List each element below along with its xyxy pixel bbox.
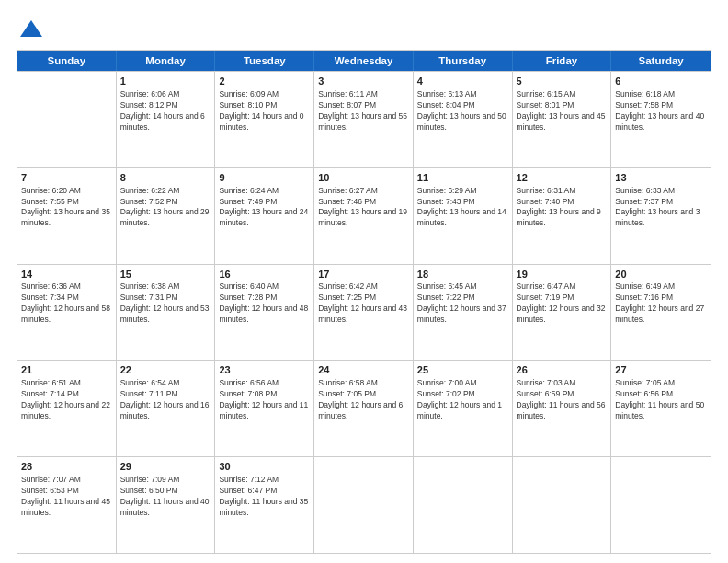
calendar-cell: 23Sunrise: 6:56 AMSunset: 7:08 PMDayligh… (215, 361, 314, 456)
calendar-cell: 26Sunrise: 7:03 AMSunset: 6:59 PMDayligh… (513, 361, 612, 456)
calendar-cell: 15Sunrise: 6:38 AMSunset: 7:31 PMDayligh… (117, 265, 216, 361)
calendar-cell: 3Sunrise: 6:11 AMSunset: 8:07 PMDaylight… (314, 72, 414, 167)
calendar-cell: 19Sunrise: 6:47 AMSunset: 7:19 PMDayligh… (513, 265, 612, 361)
svg-marker-0 (20, 20, 42, 37)
calendar-cell: 12Sunrise: 6:31 AMSunset: 7:40 PMDayligh… (513, 168, 612, 264)
cell-day-number: 26 (517, 363, 608, 377)
calendar-header: SundayMondayTuesdayWednesdayThursdayFrid… (17, 51, 711, 71)
calendar-body: 1Sunrise: 6:06 AMSunset: 8:12 PMDaylight… (17, 71, 711, 553)
cell-info: Sunrise: 6:42 AMSunset: 7:25 PMDaylight:… (318, 282, 409, 326)
calendar-row-3: 21Sunrise: 6:51 AMSunset: 7:14 PMDayligh… (17, 360, 711, 456)
weekday-header-saturday: Saturday (611, 51, 711, 71)
calendar-row-0: 1Sunrise: 6:06 AMSunset: 8:12 PMDaylight… (17, 71, 711, 167)
cell-info: Sunrise: 6:06 AMSunset: 8:12 PMDaylight:… (120, 89, 211, 133)
calendar-row-1: 7Sunrise: 6:20 AMSunset: 7:55 PMDaylight… (17, 167, 711, 264)
weekday-header-thursday: Thursday (414, 51, 513, 71)
calendar-cell: 21Sunrise: 6:51 AMSunset: 7:14 PMDayligh… (17, 361, 117, 456)
calendar-cell: 27Sunrise: 7:05 AMSunset: 6:56 PMDayligh… (611, 361, 711, 456)
cell-day-number: 7 (21, 171, 112, 185)
calendar-cell: 28Sunrise: 7:07 AMSunset: 6:53 PMDayligh… (17, 457, 117, 553)
cell-info: Sunrise: 6:33 AMSunset: 7:37 PMDaylight:… (615, 186, 707, 230)
calendar-row-2: 14Sunrise: 6:36 AMSunset: 7:34 PMDayligh… (17, 264, 711, 361)
cell-day-number: 11 (417, 171, 508, 185)
weekday-header-tuesday: Tuesday (215, 51, 314, 71)
cell-day-number: 17 (318, 268, 409, 282)
cell-day-number: 5 (517, 75, 608, 88)
weekday-header-friday: Friday (513, 51, 612, 71)
calendar-cell: 17Sunrise: 6:42 AMSunset: 7:25 PMDayligh… (314, 265, 414, 361)
cell-day-number: 27 (615, 363, 707, 377)
cell-day-number: 3 (318, 75, 409, 88)
cell-day-number: 21 (21, 363, 112, 377)
calendar-row-4: 28Sunrise: 7:07 AMSunset: 6:53 PMDayligh… (17, 456, 711, 553)
weekday-header-monday: Monday (117, 51, 216, 71)
calendar-cell: 20Sunrise: 6:49 AMSunset: 7:16 PMDayligh… (611, 265, 711, 361)
cell-day-number: 22 (120, 363, 211, 377)
cell-day-number: 15 (120, 268, 211, 282)
calendar-cell: 6Sunrise: 6:18 AMSunset: 7:58 PMDaylight… (611, 72, 711, 167)
calendar-cell (611, 457, 711, 553)
cell-day-number: 24 (318, 363, 409, 377)
cell-info: Sunrise: 6:36 AMSunset: 7:34 PMDaylight:… (21, 282, 112, 326)
cell-info: Sunrise: 6:49 AMSunset: 7:16 PMDaylight:… (615, 282, 707, 326)
calendar-cell: 4Sunrise: 6:13 AMSunset: 8:04 PMDaylight… (414, 72, 513, 167)
cell-info: Sunrise: 7:09 AMSunset: 6:50 PMDaylight:… (120, 475, 211, 519)
cell-day-number: 8 (120, 171, 211, 185)
weekday-header-wednesday: Wednesday (314, 51, 414, 71)
cell-info: Sunrise: 6:29 AMSunset: 7:43 PMDaylight:… (417, 186, 508, 230)
cell-day-number: 28 (21, 460, 112, 474)
cell-info: Sunrise: 6:56 AMSunset: 7:08 PMDaylight:… (219, 378, 310, 422)
cell-day-number: 19 (517, 268, 608, 282)
cell-day-number: 25 (417, 363, 508, 377)
calendar-cell: 10Sunrise: 6:27 AMSunset: 7:46 PMDayligh… (314, 168, 414, 264)
cell-day-number: 12 (517, 171, 608, 185)
calendar-cell: 9Sunrise: 6:24 AMSunset: 7:49 PMDaylight… (215, 168, 314, 264)
weekday-header-sunday: Sunday (17, 51, 117, 71)
cell-info: Sunrise: 6:27 AMSunset: 7:46 PMDaylight:… (318, 186, 409, 230)
calendar-cell: 13Sunrise: 6:33 AMSunset: 7:37 PMDayligh… (611, 168, 711, 264)
calendar-cell: 30Sunrise: 7:12 AMSunset: 6:47 PMDayligh… (215, 457, 314, 553)
calendar-cell: 16Sunrise: 6:40 AMSunset: 7:28 PMDayligh… (215, 265, 314, 361)
cell-info: Sunrise: 6:11 AMSunset: 8:07 PMDaylight:… (318, 89, 409, 133)
cell-info: Sunrise: 7:00 AMSunset: 7:02 PMDaylight:… (417, 378, 508, 422)
cell-info: Sunrise: 7:07 AMSunset: 6:53 PMDaylight:… (21, 475, 112, 519)
cell-info: Sunrise: 6:20 AMSunset: 7:55 PMDaylight:… (21, 186, 112, 230)
calendar-cell: 14Sunrise: 6:36 AMSunset: 7:34 PMDayligh… (17, 265, 117, 361)
cell-day-number: 14 (21, 268, 112, 282)
cell-day-number: 4 (417, 75, 508, 88)
cell-info: Sunrise: 6:47 AMSunset: 7:19 PMDaylight:… (517, 282, 608, 326)
cell-info: Sunrise: 6:15 AMSunset: 8:01 PMDaylight:… (517, 89, 608, 133)
cell-info: Sunrise: 6:13 AMSunset: 8:04 PMDaylight:… (417, 89, 508, 133)
cell-info: Sunrise: 6:22 AMSunset: 7:52 PMDaylight:… (120, 186, 211, 230)
cell-info: Sunrise: 7:12 AMSunset: 6:47 PMDaylight:… (219, 475, 310, 519)
cell-info: Sunrise: 6:54 AMSunset: 7:11 PMDaylight:… (120, 378, 211, 422)
cell-info: Sunrise: 6:58 AMSunset: 7:05 PMDaylight:… (318, 378, 409, 422)
cell-info: Sunrise: 6:51 AMSunset: 7:14 PMDaylight:… (21, 378, 112, 422)
cell-day-number: 1 (120, 75, 211, 88)
calendar-cell: 22Sunrise: 6:54 AMSunset: 7:11 PMDayligh… (117, 361, 216, 456)
cell-day-number: 30 (219, 460, 310, 474)
cell-day-number: 13 (615, 171, 707, 185)
calendar: SundayMondayTuesdayWednesdayThursdayFrid… (17, 50, 711, 554)
calendar-cell (314, 457, 414, 553)
cell-info: Sunrise: 6:09 AMSunset: 8:10 PMDaylight:… (219, 89, 310, 133)
cell-info: Sunrise: 6:18 AMSunset: 7:58 PMDaylight:… (615, 89, 707, 133)
calendar-cell: 29Sunrise: 7:09 AMSunset: 6:50 PMDayligh… (117, 457, 216, 553)
cell-info: Sunrise: 6:24 AMSunset: 7:49 PMDaylight:… (219, 186, 310, 230)
cell-info: Sunrise: 6:31 AMSunset: 7:40 PMDaylight:… (517, 186, 608, 230)
calendar-cell (17, 72, 117, 167)
cell-day-number: 29 (120, 460, 211, 474)
cell-day-number: 2 (219, 75, 310, 88)
header (17, 17, 711, 42)
calendar-cell: 25Sunrise: 7:00 AMSunset: 7:02 PMDayligh… (414, 361, 513, 456)
calendar-cell: 24Sunrise: 6:58 AMSunset: 7:05 PMDayligh… (314, 361, 414, 456)
page: SundayMondayTuesdayWednesdayThursdayFrid… (0, 0, 728, 563)
calendar-cell: 2Sunrise: 6:09 AMSunset: 8:10 PMDaylight… (215, 72, 314, 167)
logo (17, 17, 44, 42)
calendar-cell: 11Sunrise: 6:29 AMSunset: 7:43 PMDayligh… (414, 168, 513, 264)
cell-day-number: 6 (615, 75, 707, 88)
logo-icon (18, 17, 44, 42)
calendar-cell: 8Sunrise: 6:22 AMSunset: 7:52 PMDaylight… (117, 168, 216, 264)
cell-info: Sunrise: 6:45 AMSunset: 7:22 PMDaylight:… (417, 282, 508, 326)
cell-day-number: 23 (219, 363, 310, 377)
